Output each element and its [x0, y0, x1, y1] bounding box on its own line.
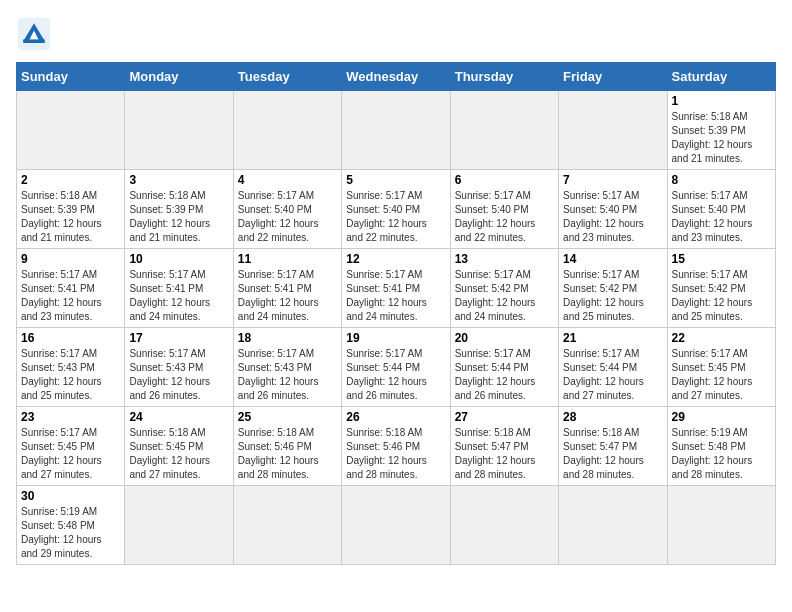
day-number: 12: [346, 252, 445, 266]
day-info: Sunrise: 5:19 AMSunset: 5:48 PMDaylight:…: [672, 426, 771, 482]
day-number: 21: [563, 331, 662, 345]
day-number: 6: [455, 173, 554, 187]
calendar-cell: 3Sunrise: 5:18 AMSunset: 5:39 PMDaylight…: [125, 170, 233, 249]
calendar-week-row: 30Sunrise: 5:19 AMSunset: 5:48 PMDayligh…: [17, 486, 776, 565]
day-info: Sunrise: 5:17 AMSunset: 5:44 PMDaylight:…: [346, 347, 445, 403]
calendar-cell: 10Sunrise: 5:17 AMSunset: 5:41 PMDayligh…: [125, 249, 233, 328]
day-info: Sunrise: 5:17 AMSunset: 5:41 PMDaylight:…: [346, 268, 445, 324]
calendar-cell: 15Sunrise: 5:17 AMSunset: 5:42 PMDayligh…: [667, 249, 775, 328]
calendar-table: SundayMondayTuesdayWednesdayThursdayFrid…: [16, 62, 776, 565]
day-number: 11: [238, 252, 337, 266]
calendar-cell: [559, 486, 667, 565]
calendar-cell: 22Sunrise: 5:17 AMSunset: 5:45 PMDayligh…: [667, 328, 775, 407]
calendar-cell: [342, 91, 450, 170]
calendar-cell: 20Sunrise: 5:17 AMSunset: 5:44 PMDayligh…: [450, 328, 558, 407]
calendar-cell: 5Sunrise: 5:17 AMSunset: 5:40 PMDaylight…: [342, 170, 450, 249]
day-info: Sunrise: 5:17 AMSunset: 5:41 PMDaylight:…: [21, 268, 120, 324]
weekday-header-wednesday: Wednesday: [342, 63, 450, 91]
calendar-cell: [125, 486, 233, 565]
day-info: Sunrise: 5:17 AMSunset: 5:44 PMDaylight:…: [563, 347, 662, 403]
calendar-cell: 6Sunrise: 5:17 AMSunset: 5:40 PMDaylight…: [450, 170, 558, 249]
day-number: 22: [672, 331, 771, 345]
calendar-week-row: 23Sunrise: 5:17 AMSunset: 5:45 PMDayligh…: [17, 407, 776, 486]
calendar-cell: [233, 91, 341, 170]
weekday-header-row: SundayMondayTuesdayWednesdayThursdayFrid…: [17, 63, 776, 91]
day-info: Sunrise: 5:17 AMSunset: 5:40 PMDaylight:…: [563, 189, 662, 245]
day-number: 30: [21, 489, 120, 503]
calendar-week-row: 9Sunrise: 5:17 AMSunset: 5:41 PMDaylight…: [17, 249, 776, 328]
calendar-cell: [450, 486, 558, 565]
day-info: Sunrise: 5:17 AMSunset: 5:40 PMDaylight:…: [672, 189, 771, 245]
calendar-cell: 12Sunrise: 5:17 AMSunset: 5:41 PMDayligh…: [342, 249, 450, 328]
weekday-header-tuesday: Tuesday: [233, 63, 341, 91]
calendar-cell: 4Sunrise: 5:17 AMSunset: 5:40 PMDaylight…: [233, 170, 341, 249]
day-number: 18: [238, 331, 337, 345]
day-number: 9: [21, 252, 120, 266]
day-number: 23: [21, 410, 120, 424]
day-number: 28: [563, 410, 662, 424]
day-info: Sunrise: 5:17 AMSunset: 5:40 PMDaylight:…: [238, 189, 337, 245]
weekday-header-friday: Friday: [559, 63, 667, 91]
weekday-header-thursday: Thursday: [450, 63, 558, 91]
day-number: 20: [455, 331, 554, 345]
day-number: 4: [238, 173, 337, 187]
day-number: 19: [346, 331, 445, 345]
day-number: 26: [346, 410, 445, 424]
day-info: Sunrise: 5:17 AMSunset: 5:41 PMDaylight:…: [238, 268, 337, 324]
calendar-cell: 23Sunrise: 5:17 AMSunset: 5:45 PMDayligh…: [17, 407, 125, 486]
day-info: Sunrise: 5:17 AMSunset: 5:45 PMDaylight:…: [672, 347, 771, 403]
day-number: 14: [563, 252, 662, 266]
calendar-week-row: 2Sunrise: 5:18 AMSunset: 5:39 PMDaylight…: [17, 170, 776, 249]
calendar-cell: 9Sunrise: 5:17 AMSunset: 5:41 PMDaylight…: [17, 249, 125, 328]
day-number: 24: [129, 410, 228, 424]
page-header: [16, 16, 776, 52]
calendar-cell: 26Sunrise: 5:18 AMSunset: 5:46 PMDayligh…: [342, 407, 450, 486]
calendar-cell: 25Sunrise: 5:18 AMSunset: 5:46 PMDayligh…: [233, 407, 341, 486]
day-info: Sunrise: 5:19 AMSunset: 5:48 PMDaylight:…: [21, 505, 120, 561]
calendar-cell: 8Sunrise: 5:17 AMSunset: 5:40 PMDaylight…: [667, 170, 775, 249]
day-number: 3: [129, 173, 228, 187]
day-info: Sunrise: 5:18 AMSunset: 5:39 PMDaylight:…: [129, 189, 228, 245]
calendar-cell: [667, 486, 775, 565]
day-number: 10: [129, 252, 228, 266]
calendar-cell: 13Sunrise: 5:17 AMSunset: 5:42 PMDayligh…: [450, 249, 558, 328]
day-number: 1: [672, 94, 771, 108]
calendar-cell: 17Sunrise: 5:17 AMSunset: 5:43 PMDayligh…: [125, 328, 233, 407]
calendar-week-row: 1Sunrise: 5:18 AMSunset: 5:39 PMDaylight…: [17, 91, 776, 170]
day-info: Sunrise: 5:17 AMSunset: 5:42 PMDaylight:…: [563, 268, 662, 324]
day-number: 15: [672, 252, 771, 266]
calendar-cell: 11Sunrise: 5:17 AMSunset: 5:41 PMDayligh…: [233, 249, 341, 328]
day-info: Sunrise: 5:18 AMSunset: 5:47 PMDaylight:…: [563, 426, 662, 482]
day-number: 7: [563, 173, 662, 187]
day-number: 27: [455, 410, 554, 424]
day-info: Sunrise: 5:17 AMSunset: 5:40 PMDaylight:…: [346, 189, 445, 245]
day-info: Sunrise: 5:18 AMSunset: 5:39 PMDaylight:…: [21, 189, 120, 245]
calendar-cell: 30Sunrise: 5:19 AMSunset: 5:48 PMDayligh…: [17, 486, 125, 565]
day-number: 13: [455, 252, 554, 266]
calendar-cell: 27Sunrise: 5:18 AMSunset: 5:47 PMDayligh…: [450, 407, 558, 486]
calendar-cell: 2Sunrise: 5:18 AMSunset: 5:39 PMDaylight…: [17, 170, 125, 249]
calendar-cell: [342, 486, 450, 565]
calendar-cell: 1Sunrise: 5:18 AMSunset: 5:39 PMDaylight…: [667, 91, 775, 170]
calendar-cell: [559, 91, 667, 170]
logo: [16, 16, 56, 52]
calendar-cell: 21Sunrise: 5:17 AMSunset: 5:44 PMDayligh…: [559, 328, 667, 407]
calendar-cell: [17, 91, 125, 170]
day-info: Sunrise: 5:17 AMSunset: 5:44 PMDaylight:…: [455, 347, 554, 403]
day-info: Sunrise: 5:17 AMSunset: 5:43 PMDaylight:…: [21, 347, 120, 403]
calendar-cell: [125, 91, 233, 170]
calendar-cell: 18Sunrise: 5:17 AMSunset: 5:43 PMDayligh…: [233, 328, 341, 407]
day-info: Sunrise: 5:17 AMSunset: 5:42 PMDaylight:…: [672, 268, 771, 324]
weekday-header-monday: Monday: [125, 63, 233, 91]
day-info: Sunrise: 5:18 AMSunset: 5:46 PMDaylight:…: [346, 426, 445, 482]
day-info: Sunrise: 5:18 AMSunset: 5:39 PMDaylight:…: [672, 110, 771, 166]
logo-icon: [16, 16, 52, 52]
day-number: 16: [21, 331, 120, 345]
day-info: Sunrise: 5:17 AMSunset: 5:45 PMDaylight:…: [21, 426, 120, 482]
calendar-cell: [233, 486, 341, 565]
calendar-cell: 14Sunrise: 5:17 AMSunset: 5:42 PMDayligh…: [559, 249, 667, 328]
weekday-header-sunday: Sunday: [17, 63, 125, 91]
weekday-header-saturday: Saturday: [667, 63, 775, 91]
day-number: 5: [346, 173, 445, 187]
day-number: 2: [21, 173, 120, 187]
